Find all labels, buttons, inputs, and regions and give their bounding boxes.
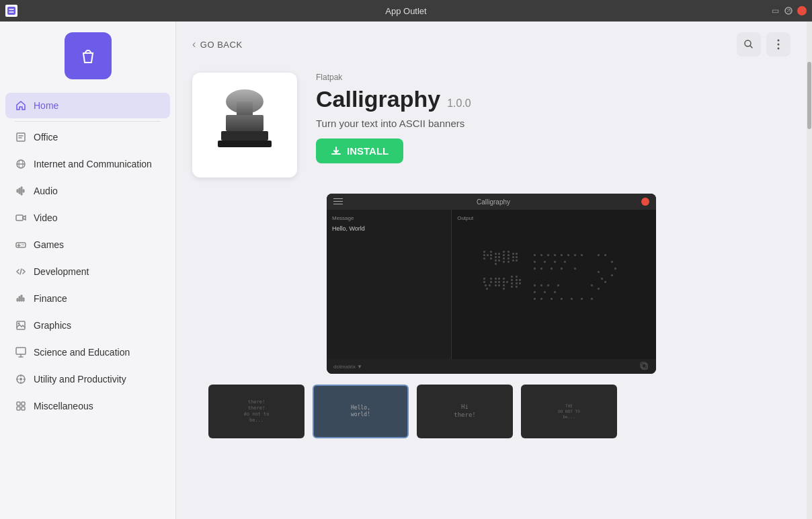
logo-icon — [75, 42, 102, 69]
screenshots-section: Calligraphy Message Hello, World Output — [176, 194, 807, 454]
svg-rect-82 — [516, 286, 518, 288]
screenshot-content: Message Hello, World Output — [327, 210, 656, 359]
thumbnail-3[interactable]: Hithere! — [417, 385, 513, 438]
sidebar-item-development[interactable]: Development — [5, 259, 170, 284]
sidebar-item-internet-label: Internet and Communication — [34, 159, 152, 169]
video-icon — [15, 212, 27, 224]
screenshot-menu-icon — [333, 198, 346, 205]
svg-rect-97 — [551, 268, 553, 270]
screenshot-message-label: Message — [332, 215, 446, 221]
sidebar-item-science-education[interactable]: Science and Education — [5, 340, 170, 365]
sidebar-item-office-label: Office — [34, 132, 58, 143]
svg-rect-113 — [591, 298, 593, 300]
close-button[interactable] — [797, 6, 807, 15]
svg-rect-25 — [221, 131, 268, 141]
svg-rect-94 — [564, 261, 566, 263]
svg-rect-59 — [485, 284, 487, 286]
home-icon — [15, 99, 27, 112]
thumbnail-2[interactable]: Hello,world! — [313, 385, 409, 438]
graphics-icon — [15, 319, 27, 331]
thumbnail-1[interactable]: there!there!do not tobe... — [208, 385, 304, 438]
finance-icon — [15, 292, 27, 305]
science-icon — [15, 346, 27, 358]
svg-point-20 — [778, 44, 780, 46]
sidebar-item-home[interactable]: Home — [5, 93, 170, 118]
svg-rect-61 — [486, 288, 488, 290]
svg-rect-70 — [506, 281, 508, 283]
svg-rect-111 — [571, 298, 573, 300]
svg-rect-64 — [495, 281, 497, 283]
svg-rect-80 — [516, 282, 518, 284]
download-icon — [331, 146, 341, 157]
app-icon — [211, 88, 278, 162]
audio-icon — [15, 185, 27, 197]
app-type-badge: Flatpak — [316, 73, 471, 82]
svg-rect-54 — [516, 260, 518, 262]
outer-scrollbar[interactable] — [807, 22, 812, 519]
main-content: ‹ GO BACK — [176, 22, 807, 519]
sidebar-item-office[interactable]: Office — [5, 124, 170, 150]
svg-rect-124 — [642, 364, 647, 369]
sidebar-item-video-label: Video — [34, 212, 58, 223]
sidebar-item-graphics[interactable]: Graphics — [5, 313, 170, 338]
svg-rect-66 — [495, 284, 497, 286]
sidebar-item-games[interactable]: Games — [5, 232, 170, 257]
sidebar: Home Office — [0, 22, 176, 519]
svg-rect-90 — [581, 254, 583, 256]
svg-rect-26 — [218, 141, 272, 147]
svg-rect-91 — [534, 261, 536, 263]
top-bar: ‹ GO BACK — [176, 22, 807, 62]
svg-rect-65 — [498, 281, 500, 283]
thumbnail-1-inner: there!there!do not tobe... — [210, 386, 303, 437]
sidebar-navigation: Home Office — [0, 93, 175, 420]
svg-rect-78 — [516, 279, 518, 281]
svg-rect-102 — [547, 284, 549, 286]
thumbnail-2-inner: Hello,world! — [314, 386, 407, 437]
app-description: Turn your text into ASCII banners — [316, 118, 471, 129]
thumbnail-3-text: Hithere! — [451, 401, 479, 422]
svg-rect-37 — [498, 256, 500, 258]
sidebar-item-utility-productivity[interactable]: Utility and Productivity — [5, 366, 170, 392]
svg-rect-121 — [591, 284, 593, 286]
svg-rect-48 — [508, 261, 510, 263]
games-icon — [15, 239, 27, 251]
minimize-button[interactable]: ▭ — [770, 6, 780, 15]
svg-rect-0 — [7, 7, 15, 15]
chevron-left-icon: ‹ — [192, 38, 196, 50]
window-controls: ▭ — [770, 6, 807, 15]
svg-rect-32 — [490, 254, 492, 256]
svg-rect-76 — [511, 286, 513, 288]
sidebar-item-finance[interactable]: Finance — [5, 286, 170, 311]
svg-rect-3 — [75, 42, 102, 69]
install-button[interactable]: INSTALL — [316, 138, 403, 163]
titlebar: App Outlet ▭ — [0, 0, 812, 22]
sidebar-item-internet-communication[interactable]: Internet and Communication — [5, 151, 170, 177]
svg-rect-119 — [604, 281, 606, 283]
sidebar-item-miscellaneous[interactable]: Miscellaneous — [5, 393, 170, 419]
scrollbar-thumb[interactable] — [807, 62, 811, 129]
go-back-button[interactable]: ‹ GO BACK — [192, 38, 243, 50]
sidebar-item-games-label: Games — [34, 239, 64, 250]
svg-rect-14 — [17, 402, 20, 405]
svg-rect-58 — [490, 281, 492, 283]
svg-rect-103 — [557, 284, 559, 286]
sidebar-item-video[interactable]: Video — [5, 205, 170, 231]
svg-rect-75 — [511, 282, 513, 284]
sidebar-item-audio[interactable]: Audio — [5, 178, 170, 204]
svg-rect-77 — [516, 276, 518, 278]
svg-point-21 — [778, 48, 780, 50]
svg-rect-95 — [534, 268, 536, 270]
svg-rect-63 — [498, 278, 500, 280]
screenshot-footer: dotmatrix ▼ — [327, 359, 656, 374]
svg-rect-43 — [503, 257, 505, 260]
svg-rect-86 — [554, 254, 556, 256]
svg-rect-51 — [512, 256, 514, 258]
svg-rect-38 — [495, 260, 497, 262]
search-button[interactable] — [737, 32, 761, 56]
ascii-art-svg — [480, 247, 628, 328]
more-options-button[interactable] — [766, 32, 790, 56]
thumbnail-4[interactable]: THEDO NOT TObe... — [521, 385, 617, 438]
resize-button[interactable] — [784, 6, 793, 15]
more-options-icon — [777, 39, 780, 50]
svg-rect-105 — [544, 291, 546, 293]
